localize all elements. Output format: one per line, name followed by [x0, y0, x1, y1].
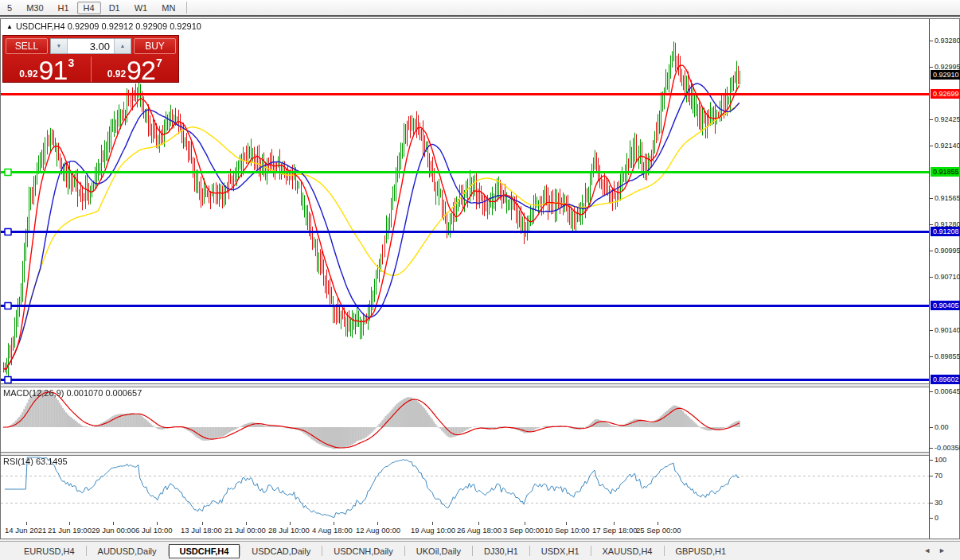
time-tick-label: 14 Jun 2021	[5, 526, 46, 535]
price-axis: 0.932800.929950.924250.921400.915650.912…	[929, 19, 959, 539]
timeframe-button-h4[interactable]: H4	[77, 2, 101, 14]
price-tick-label: 0.89855	[935, 352, 960, 360]
time-tick-label: 6 Jul 10:00	[135, 526, 172, 535]
ohlc-text: USDCHF,H4 0.92909 0.92912 0.92909 0.9291…	[16, 21, 201, 31]
time-tick-label: 4 Aug 18:00	[312, 526, 353, 535]
tab-scroll-left-icon[interactable]: ◄	[923, 546, 939, 554]
price-tick-label: 0.90995	[935, 247, 960, 255]
axis-tick-mark	[930, 518, 933, 519]
axis-tick-mark	[930, 427, 933, 428]
price-tick-label: 0.91565	[935, 194, 960, 202]
axis-tick-mark	[930, 503, 933, 504]
time-tick-mark	[290, 522, 291, 525]
price-line-badge: 0.89602	[931, 375, 960, 384]
axis-tick-mark	[930, 356, 933, 357]
chart-ohlc-title: ▲USDCHF,H4 0.92909 0.92912 0.92909 0.929…	[6, 21, 201, 31]
volume-stepper: ▼ 3.00 ▲	[50, 38, 131, 54]
triangle-down-icon: ▼	[57, 43, 62, 49]
axis-tick-mark	[930, 476, 933, 476]
time-axis: 14 Jun 202121 Jun 19:0029 Jun 00:006 Jul…	[1, 522, 929, 539]
time-tick-label: 25 Sep 00:00	[636, 526, 681, 535]
time-tick-mark	[525, 522, 525, 525]
time-tick-label: 17 Sep 18:00	[592, 526, 638, 535]
ask-pip-digit: 7	[156, 56, 162, 69]
time-tick-mark	[432, 522, 433, 525]
chart-tab-eurusd[interactable]: EURUSD,H4	[13, 544, 86, 558]
axis-tick-mark	[930, 460, 933, 461]
axis-tick-mark	[930, 146, 933, 146]
price-line-badge: 0.92910	[931, 70, 960, 80]
timeframe-button-h1[interactable]: H1	[52, 2, 76, 14]
rsi-axis-label: 0	[935, 514, 939, 522]
macd-label: MACD(12,26,9) 0.001070 0.000657	[3, 388, 142, 398]
rsi-label: RSI(14) 63.1495	[3, 457, 68, 466]
price-tick-label: 0.92140	[935, 142, 960, 150]
axis-tick-mark	[930, 277, 933, 278]
timeframe-button-d1[interactable]: D1	[103, 2, 127, 14]
time-tick-mark	[202, 522, 203, 525]
price-line-badge: 0.91855	[931, 167, 960, 177]
timeframe-button-w1[interactable]: W1	[128, 2, 154, 14]
axis-tick-mark	[930, 67, 933, 68]
time-tick-mark	[157, 522, 158, 525]
price-tick-label: 0.90710	[935, 273, 960, 281]
rsi-axis-label: 100	[935, 456, 946, 464]
timeframe-button-5[interactable]: 5	[1, 2, 18, 14]
time-tick-label: 29 Jun 00:00	[92, 526, 135, 535]
volume-input[interactable]: 3.00	[68, 39, 114, 53]
time-tick-label: 10 Sep 10:00	[544, 526, 590, 535]
volume-decrease-button[interactable]: ▼	[51, 39, 68, 53]
bid-price[interactable]: 0.92913	[3, 56, 92, 82]
chart-tab-xauusd[interactable]: XAUUSD,H4	[591, 544, 664, 558]
time-tick-mark	[113, 522, 114, 525]
time-tick-label: 21 Jun 19:00	[48, 526, 92, 535]
axis-tick-mark	[930, 448, 933, 449]
time-tick-mark	[69, 522, 70, 525]
bid-prefix: 0.92	[19, 68, 37, 80]
ask-big-digits: 92	[127, 55, 155, 85]
time-tick-mark	[658, 522, 658, 525]
one-click-trading-panel: SELL ▼ 3.00 ▲ BUY 0.92913 0.92927	[2, 35, 179, 83]
timeframe-button-mn[interactable]: MN	[155, 2, 181, 14]
chart-tab-bar: EURUSD,H4AUDUSD,DailyUSDCHF,H4USDCAD,Dai…	[0, 541, 960, 560]
time-tick-label: 3 Sep 00:00	[503, 526, 544, 535]
price-tick-label: 0.92425	[935, 115, 960, 123]
chart-tab-dj30[interactable]: DJ30,H1	[473, 544, 529, 558]
time-tick-label: 26 Aug 18:00	[457, 526, 501, 535]
price-line-badge: 0.91208	[931, 227, 960, 236]
macd-axis-label: 0.006451	[935, 387, 960, 395]
tab-scroll-right-icon[interactable]: ►	[939, 546, 954, 554]
price-tick-label: 0.90140	[935, 326, 960, 334]
axis-tick-mark	[930, 224, 933, 225]
chart-tab-usdx[interactable]: USDX,H1	[530, 544, 591, 558]
buy-button[interactable]: BUY	[134, 38, 176, 54]
toolbar-separator	[186, 2, 187, 14]
chart-tab-usdcad[interactable]: USDCAD,Daily	[240, 544, 322, 558]
time-tick-mark	[478, 522, 479, 525]
timeframe-toolbar: 5M30H1H4D1W1MN	[0, 0, 960, 17]
chart-tab-usdchf[interactable]: USDCHF,H4	[169, 544, 240, 558]
axis-tick-mark	[930, 391, 933, 392]
time-tick-label: 28 Jul 10:00	[268, 526, 310, 535]
time-tick-mark	[614, 522, 615, 525]
rsi-canvas[interactable]	[1, 456, 929, 522]
rsi-axis-label: 70	[935, 472, 942, 480]
volume-increase-button[interactable]: ▲	[114, 39, 131, 53]
axis-tick-mark	[930, 41, 933, 41]
chart-tab-gbpusd[interactable]: GBPUSD,H1	[665, 544, 738, 558]
collapse-panel-icon[interactable]: ▲	[6, 23, 13, 30]
chart-tab-usdcnh[interactable]: USDCNH,Daily	[322, 544, 404, 558]
chart-tab-audusd[interactable]: AUDUSD,Daily	[87, 544, 168, 558]
sell-button[interactable]: SELL	[6, 38, 48, 54]
tab-scroll-arrows: ◄►	[923, 546, 954, 554]
time-tick-mark	[246, 522, 247, 525]
price-line-badge: 0.90405	[931, 301, 960, 310]
chart-tab-ukoil[interactable]: UKOil,Daily	[405, 544, 472, 558]
timeframe-button-m30[interactable]: M30	[20, 2, 49, 14]
macd-pane: MACD(12,26,9) 0.001070 0.000657	[1, 387, 929, 452]
time-tick-mark	[377, 522, 378, 525]
rsi-axis-label: 30	[935, 499, 942, 507]
time-tick-label: 19 Aug 10:00	[411, 526, 455, 535]
ask-price[interactable]: 0.92927	[92, 56, 179, 82]
main-price-pane: ▲USDCHF,H4 0.92909 0.92912 0.92909 0.929…	[1, 19, 929, 383]
